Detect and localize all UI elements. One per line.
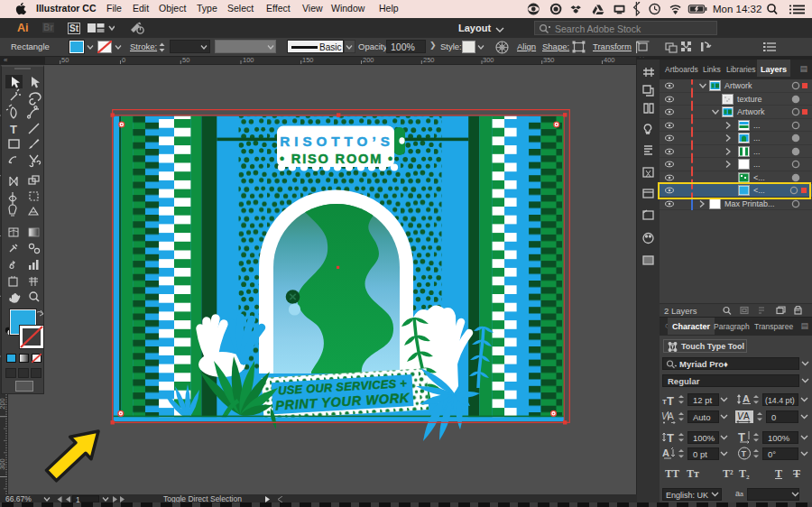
svg-text:T: T <box>667 431 674 444</box>
svg-text:A: A <box>743 393 750 404</box>
svg-text:• RISO ROOM •: • RISO ROOM • <box>280 152 394 166</box>
svg-text:A: A <box>668 411 674 421</box>
svg-text:A: A <box>662 447 669 458</box>
svg-text:T: T <box>667 394 674 406</box>
svg-text:T: T <box>10 123 17 136</box>
svg-text:T: T <box>742 449 747 458</box>
svg-text:A: A <box>743 411 750 421</box>
svg-text:RISOTTO’S: RISOTTO’S <box>280 134 394 149</box>
